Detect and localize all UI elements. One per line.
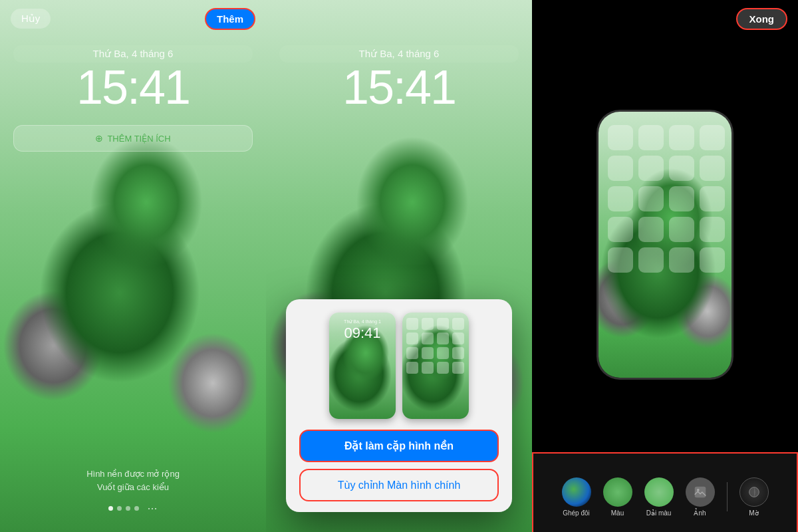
set-wallpaper-pair-button[interactable]: Đặt làm cặp hình nền bbox=[299, 430, 499, 462]
p3-icon-19 bbox=[669, 247, 694, 273]
anh-icon bbox=[686, 477, 715, 507]
p3-icon-17 bbox=[608, 247, 633, 273]
home-icon-8 bbox=[452, 332, 464, 344]
toolbar-item-anh[interactable]: Ảnh bbox=[683, 477, 718, 517]
cancel-button[interactable]: Hủy bbox=[11, 9, 51, 29]
home-icon-16 bbox=[452, 362, 464, 374]
p3-icon-grid bbox=[608, 125, 722, 273]
done-button[interactable]: Xong bbox=[736, 8, 788, 30]
home-icon-3 bbox=[437, 318, 449, 330]
toolbar-divider bbox=[727, 482, 728, 511]
toolbar-item-mau[interactable]: Màu bbox=[600, 477, 635, 517]
phone-preview-area bbox=[532, 37, 798, 452]
lockscreen-time: 15:41 bbox=[0, 60, 266, 114]
wallpaper-extend-text: Hình nền được mở rộng bbox=[0, 469, 266, 479]
top-bar-panel3: Xong bbox=[532, 0, 798, 37]
modal-previews: Thứ Ba, 4 tháng 1 09:41 bbox=[299, 313, 499, 419]
p3-icon-10 bbox=[638, 186, 664, 211]
dot-2 bbox=[117, 506, 122, 511]
home-icon-1 bbox=[406, 318, 418, 330]
toolbar-items: Ghép đôi Màu Dải màu bbox=[533, 454, 797, 532]
p3-icon-4 bbox=[700, 125, 725, 150]
widget-label: THÊM TIỆN ÍCH bbox=[107, 134, 170, 144]
anh-label: Ảnh bbox=[694, 509, 706, 517]
more-dots-icon[interactable]: ··· bbox=[147, 506, 157, 511]
p3-icon-5 bbox=[608, 156, 633, 181]
top-bar-panel1: Hủy Thêm bbox=[0, 0, 266, 37]
wallpaper-pair-modal: Thứ Ba, 4 tháng 1 09:41 bbox=[286, 299, 512, 512]
home-icon-10 bbox=[422, 347, 434, 359]
lockscreen-preview: Thứ Ba, 4 tháng 1 09:41 bbox=[329, 313, 396, 419]
p3-icon-16 bbox=[700, 217, 725, 242]
swipe-hint-text: Vuốt giữa các kiểu bbox=[0, 482, 266, 492]
p3-icon-15 bbox=[669, 217, 694, 242]
toolbar-item-ghep-doi[interactable]: Ghép đôi bbox=[559, 477, 594, 517]
modal-overlay: Thứ Ba, 4 tháng 1 09:41 bbox=[266, 0, 532, 532]
p3-icon-9 bbox=[608, 186, 633, 211]
widget-area[interactable]: ⊕ THÊM TIỆN ÍCH bbox=[13, 125, 253, 152]
ghep-doi-label: Ghép đôi bbox=[563, 509, 590, 517]
dai-mau-label: Dải màu bbox=[646, 509, 672, 517]
ghep-doi-icon bbox=[562, 477, 591, 507]
p3-icon-7 bbox=[669, 156, 694, 181]
preview-lock-time: 09:41 bbox=[329, 325, 396, 342]
mau-label: Màu bbox=[611, 509, 624, 517]
p3-icon-14 bbox=[638, 217, 664, 242]
phone-preview-frame bbox=[598, 112, 732, 378]
dot-1 bbox=[108, 506, 113, 511]
add-button[interactable]: Thêm bbox=[205, 8, 255, 30]
p3-icon-12 bbox=[700, 186, 725, 211]
dot-4 bbox=[134, 506, 139, 511]
p3-icon-2 bbox=[638, 125, 664, 150]
p3-icon-18 bbox=[638, 247, 664, 273]
panel-lockscreen-customize: Hủy Thêm Thứ Ba, 4 tháng 6 15:41 ⊕ THÊM … bbox=[0, 0, 266, 532]
home-icon-14 bbox=[422, 362, 434, 374]
home-icon-12 bbox=[452, 347, 464, 359]
toolbar-item-dai-mau[interactable]: Dải màu bbox=[642, 477, 676, 517]
p3-icon-6 bbox=[638, 156, 664, 181]
mo-icon bbox=[739, 477, 769, 507]
customize-toolbar: Ghép đôi Màu Dải màu bbox=[532, 452, 798, 532]
homescreen-preview bbox=[402, 313, 469, 419]
toolbar-item-mo[interactable]: Mờ bbox=[737, 477, 771, 517]
svg-rect-0 bbox=[694, 486, 706, 497]
p3-icon-8 bbox=[700, 156, 725, 181]
dot-3 bbox=[126, 506, 130, 511]
home-icon-15 bbox=[437, 362, 449, 374]
home-icon-7 bbox=[437, 332, 449, 344]
preview-lock-date: Thứ Ba, 4 tháng 1 bbox=[329, 319, 396, 325]
page-dots: ··· bbox=[0, 506, 266, 511]
svg-point-1 bbox=[696, 488, 699, 491]
customize-homescreen-button[interactable]: Tùy chỉnh Màn hình chính bbox=[299, 469, 499, 501]
plus-icon: ⊕ bbox=[95, 133, 103, 144]
panel-homescreen-customize: Xong bbox=[532, 0, 798, 532]
home-icon-grid bbox=[406, 318, 465, 374]
mau-icon bbox=[603, 477, 632, 507]
p3-icon-3 bbox=[669, 125, 694, 150]
p3-icon-1 bbox=[608, 125, 633, 150]
home-icon-5 bbox=[406, 332, 418, 344]
dai-mau-icon bbox=[644, 477, 674, 507]
home-icon-4 bbox=[452, 318, 464, 330]
home-icon-11 bbox=[437, 347, 449, 359]
mo-label: Mờ bbox=[749, 509, 758, 517]
p3-icon-20 bbox=[700, 247, 725, 273]
p3-icon-13 bbox=[608, 217, 633, 242]
p3-icon-11 bbox=[669, 186, 694, 211]
home-icon-6 bbox=[422, 332, 434, 344]
home-icon-2 bbox=[422, 318, 434, 330]
home-icon-13 bbox=[406, 362, 418, 374]
home-icon-9 bbox=[406, 347, 418, 359]
panel-wallpaper-pair: Thứ Ba, 4 tháng 6 15:41 Thứ Ba, 4 tháng … bbox=[266, 0, 532, 532]
